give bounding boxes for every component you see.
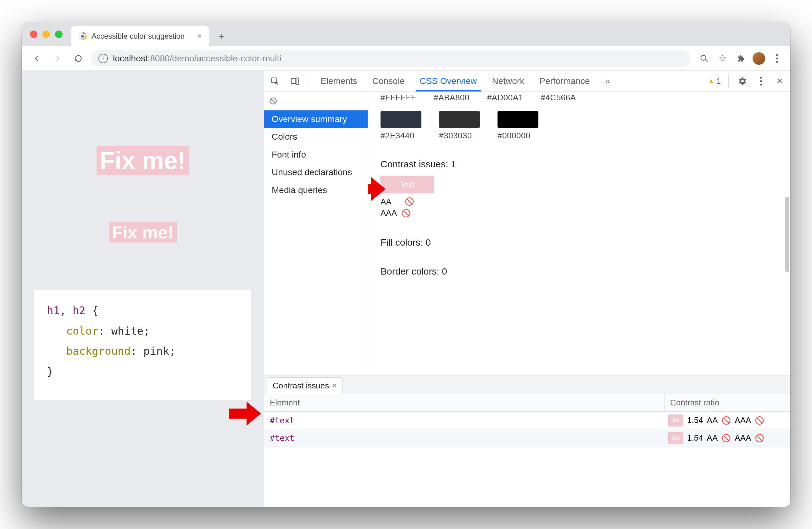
fail-icon: 🚫 [401, 208, 411, 218]
content-area: Fix me! Fix me! h1, h2 { color: white; b… [22, 71, 790, 507]
contrast-issue-swatch[interactable]: Text [380, 176, 434, 194]
sidebar-item-overview-summary[interactable]: Overview summary [264, 110, 368, 128]
devtools-menu-button[interactable] [756, 75, 766, 87]
url-text: localhost:8080/demo/accessible-color-mul… [113, 54, 281, 63]
drawer-header-element: Element [264, 394, 665, 411]
devtools-panel: Elements Console CSS Overview Network Pe… [264, 71, 790, 507]
color-label: #AD00A1 [487, 93, 523, 102]
color-swatch[interactable] [497, 111, 538, 128]
color-label: #ABA800 [434, 93, 469, 102]
address-bar[interactable]: i localhost:8080/demo/accessible-color-m… [91, 50, 690, 67]
sidebar-item-label: Colors [272, 132, 297, 142]
sidebar-item-unused-declarations[interactable]: Unused declarations [264, 163, 368, 181]
sidebar-item-colors[interactable]: Colors [264, 128, 368, 146]
code-prop-background: background [66, 345, 131, 357]
devtools-tab-console[interactable]: Console [368, 71, 408, 91]
css-overview-content: #FFFFFF #ABA800 #AD00A1 #4C566A #2E3440 [368, 91, 790, 375]
aa-label: AA [707, 433, 718, 443]
ratio-swatch: Aa [668, 415, 683, 427]
back-button[interactable] [29, 50, 45, 67]
css-overview-sidebar: Overview summary Colors Font info Unused… [264, 91, 368, 375]
window-minimize-button[interactable] [42, 30, 50, 38]
url-port: :8080 [148, 54, 170, 63]
table-row[interactable]: #text Aa 1.54 AA 🚫 AAA 🚫 [264, 429, 790, 447]
ratio-value: 1.54 [687, 415, 703, 425]
devtools-close-button[interactable]: ✕ [773, 75, 786, 87]
color-label: #303030 [439, 131, 480, 141]
color-swatch[interactable] [380, 111, 421, 128]
svg-rect-4 [291, 78, 295, 83]
element-name: #text [270, 433, 294, 443]
drawer-tabbar: Contrast issues ✕ [264, 376, 790, 394]
browser-window: Accessible color suggestion ✕ ＋ i localh… [22, 22, 790, 507]
scrollbar-thumb[interactable] [785, 197, 789, 272]
drawer-tab-contrast-issues[interactable]: Contrast issues ✕ [267, 377, 343, 394]
svg-point-1 [81, 34, 84, 38]
devtools-tab-elements[interactable]: Elements [317, 71, 361, 91]
toolbar-right-icons: ☆ [698, 52, 783, 65]
page-h2: Fix me! [109, 222, 177, 242]
aaa-label: AAA [735, 415, 751, 425]
new-tab-button[interactable]: ＋ [214, 29, 229, 44]
tab-close-button[interactable]: ✕ [196, 33, 203, 40]
inspect-element-icon[interactable] [269, 75, 281, 87]
sidebar-item-media-queries[interactable]: Media queries [264, 182, 368, 199]
forward-button[interactable] [49, 50, 66, 67]
tab-label: Network [492, 76, 525, 86]
devtools-main: Overview summary Colors Font info Unused… [264, 91, 790, 375]
sidebar-item-font-info[interactable]: Font info [264, 146, 368, 163]
code-brace-close: } [47, 365, 53, 378]
url-path: /demo/accessible-color-multi [170, 54, 281, 63]
code-prop-color: color [66, 325, 98, 337]
issues-badge[interactable]: ▲ 1 [708, 77, 721, 86]
aa-label: AA [380, 196, 392, 207]
profile-avatar[interactable] [753, 52, 765, 65]
devtools-topbar: Elements Console CSS Overview Network Pe… [264, 71, 790, 91]
extensions-icon[interactable] [734, 52, 747, 65]
drawer-header: Element Contrast ratio [264, 394, 790, 412]
bookmark-star-icon[interactable]: ☆ [716, 52, 729, 65]
tabstrip: Accessible color suggestion ✕ ＋ [71, 22, 229, 46]
tab-label: Console [372, 76, 405, 86]
devtools-tab-network[interactable]: Network [489, 71, 528, 91]
fail-icon: 🚫 [755, 416, 764, 425]
devtools-settings-icon[interactable] [736, 75, 749, 87]
sidebar-item-label: Font info [272, 150, 306, 159]
color-swatch[interactable] [439, 111, 480, 128]
color-label: #FFFFFF [380, 93, 416, 102]
window-titlebar: Accessible color suggestion ✕ ＋ [22, 22, 790, 46]
page-h1: Fix me! [97, 146, 189, 175]
contrast-swatch-text: Text [400, 180, 415, 190]
code-selector: h1, h2 [47, 304, 86, 317]
reload-button[interactable] [70, 50, 86, 67]
aaa-label: AAA [380, 207, 397, 218]
chrome-menu-button[interactable] [771, 52, 783, 65]
tab-label: CSS Overview [420, 76, 477, 86]
fail-icon: 🚫 [722, 434, 731, 443]
site-info-icon[interactable]: i [99, 54, 108, 63]
window-close-button[interactable] [30, 30, 38, 38]
drawer-tab-close-icon[interactable]: ✕ [332, 383, 337, 389]
ratio-swatch: Aa [668, 432, 683, 444]
table-row[interactable]: #text Aa 1.54 AA 🚫 AAA 🚫 [264, 412, 790, 429]
devtools-tab-css-overview[interactable]: CSS Overview [416, 71, 480, 91]
code-brace-open: { [92, 304, 98, 317]
browser-toolbar: i localhost:8080/demo/accessible-color-m… [22, 46, 790, 71]
devtools-drawer: Contrast issues ✕ Element Contrast ratio… [264, 375, 790, 507]
devtools-tab-performance[interactable]: Performance [536, 71, 593, 91]
device-toolbar-icon[interactable] [289, 75, 301, 87]
rendered-page: Fix me! Fix me! h1, h2 { color: white; b… [22, 71, 264, 507]
window-zoom-button[interactable] [55, 30, 62, 38]
fail-icon: 🚫 [405, 196, 414, 207]
more-tabs-icon[interactable]: » [601, 75, 614, 87]
sidebar-item-label: Unused declarations [272, 167, 352, 177]
browser-tab[interactable]: Accessible color suggestion ✕ [71, 26, 209, 46]
warning-triangle-icon: ▲ [708, 77, 715, 85]
contrast-issues-title: Contrast issues: 1 [380, 159, 778, 170]
color-label: #4C566A [541, 93, 576, 102]
tab-label: Performance [539, 76, 590, 86]
url-host: localhost [113, 54, 148, 63]
clear-overview-button[interactable] [264, 91, 368, 110]
tab-title: Accessible color suggestion [91, 32, 191, 41]
zoom-icon[interactable] [698, 52, 710, 65]
